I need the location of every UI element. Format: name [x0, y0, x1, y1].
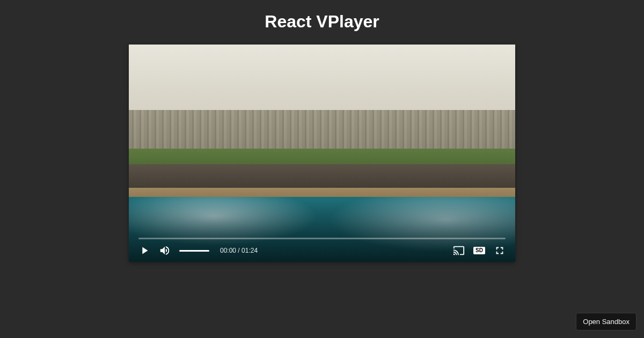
video-thumbnail — [129, 45, 515, 262]
open-sandbox-button[interactable]: Open Sandbox — [576, 313, 636, 330]
volume-button[interactable] — [159, 245, 171, 256]
page-title: React VPlayer — [0, 0, 644, 32]
video-controls: 00:00 / 01:24 SD — [129, 238, 515, 262]
play-button[interactable] — [138, 245, 150, 256]
duration: 01:24 — [241, 247, 258, 254]
fullscreen-button[interactable] — [494, 245, 506, 256]
time-display: 00:00 / 01:24 — [220, 247, 258, 254]
time-separator: / — [236, 247, 241, 254]
progress-bar[interactable] — [138, 238, 506, 239]
cast-button[interactable] — [453, 245, 465, 256]
video-player[interactable]: 00:00 / 01:24 SD — [129, 45, 515, 262]
cast-icon — [453, 245, 465, 256]
quality-button[interactable]: SD — [473, 247, 485, 254]
fullscreen-icon — [494, 245, 506, 256]
play-icon — [138, 245, 150, 256]
current-time: 00:00 — [220, 247, 236, 254]
volume-slider[interactable] — [179, 250, 209, 252]
volume-icon — [159, 245, 171, 256]
